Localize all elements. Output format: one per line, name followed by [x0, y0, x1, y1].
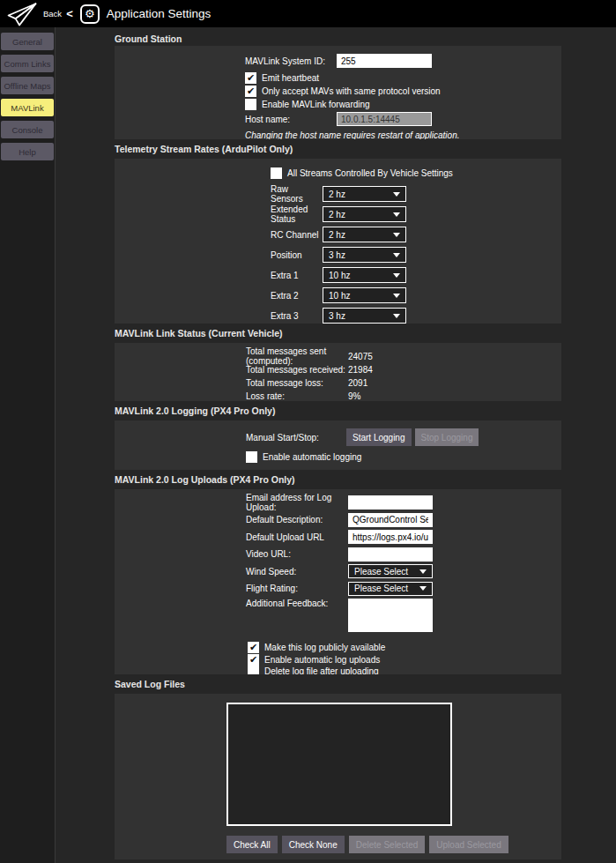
section-title-saved-logs: Saved Log Files — [115, 674, 616, 694]
sidebar-item-offline-maps[interactable]: Offline Maps — [1, 77, 54, 94]
mavlink-system-id-label: MAVLink System ID: — [245, 56, 337, 66]
delete-after-upload-checkbox[interactable]: ✔ — [248, 666, 259, 674]
position-label: Position — [271, 250, 323, 260]
auto-upload-label: Enable automatic log uploads — [264, 655, 380, 665]
messages-received-label: Total messages received: — [246, 365, 348, 375]
chevron-down-icon — [393, 294, 400, 298]
rc-channel-value: 2 hz — [329, 230, 393, 240]
emit-heartbeat-label: Emit heartbeat — [262, 73, 319, 83]
rc-channel-label: RC Channel — [271, 230, 323, 240]
video-url-input[interactable] — [348, 547, 433, 562]
same-protocol-version-checkbox[interactable]: ✔ — [245, 86, 256, 97]
message-loss-value: 2091 — [348, 378, 367, 388]
auto-upload-checkbox[interactable]: ✔ — [248, 654, 259, 666]
chevron-down-icon — [393, 314, 400, 318]
qgc-plane-logo-icon — [4, 2, 40, 26]
chevron-down-icon — [393, 212, 400, 217]
settings-sidebar: General Comm Links Offline Maps MAVLink … — [0, 27, 55, 863]
extra2-label: Extra 2 — [271, 291, 323, 301]
section-title-ground-station: Ground Station — [115, 27, 616, 46]
section-title-log-uploads: MAVLink 2.0 Log Uploads (PX4 Pro Only) — [115, 470, 616, 489]
messages-sent-label: Total messages sent (computed): — [246, 346, 348, 366]
header-toolbar: Back < ⚙ Application Settings — [0, 0, 616, 27]
extra3-dropdown[interactable]: 3 hz — [323, 308, 406, 324]
messages-received-value: 21984 — [348, 365, 373, 375]
default-upload-url-input[interactable] — [348, 530, 433, 544]
extended-status-value: 2 hz — [329, 210, 393, 219]
saved-logs-panel: Check All Check None Delete Selected Upl… — [115, 694, 561, 859]
log-public-label: Make this log publicly available — [264, 643, 385, 652]
host-name-input — [337, 112, 432, 126]
emit-heartbeat-checkbox[interactable]: ✔ — [245, 72, 256, 84]
raw-sensors-label: Raw Sensors — [271, 184, 323, 204]
all-streams-label: All Streams Controlled By Vehicle Settin… — [287, 168, 453, 178]
loss-rate-value: 9% — [348, 391, 360, 401]
upload-email-label: Email address for Log Upload: — [246, 493, 348, 512]
raw-sensors-value: 2 hz — [329, 190, 393, 199]
extra1-label: Extra 1 — [271, 271, 323, 280]
back-button[interactable]: Back — [43, 9, 62, 19]
chevron-down-icon — [393, 233, 400, 237]
flight-rating-value: Please Select — [354, 584, 419, 593]
extra2-dropdown[interactable]: 10 hz — [323, 287, 406, 303]
auto-logging-checkbox[interactable]: ✔ — [246, 451, 257, 463]
rc-channel-dropdown[interactable]: 2 hz — [323, 227, 406, 242]
extra3-value: 3 hz — [329, 311, 393, 321]
sidebar-item-help[interactable]: Help — [1, 143, 54, 160]
link-status-panel: Total messages sent (computed): 24075 To… — [115, 343, 561, 401]
mavlink-forwarding-label: Enable MAVLink forwarding — [262, 100, 370, 109]
mavlink-system-id-input[interactable] — [337, 54, 432, 68]
chevron-down-icon — [419, 569, 427, 574]
delete-selected-button: Delete Selected — [349, 836, 426, 853]
mavlink-forwarding-checkbox[interactable]: ✔ — [245, 99, 256, 110]
video-url-label: Video URL: — [246, 549, 348, 559]
additional-feedback-textarea[interactable] — [348, 599, 433, 632]
page-title: Application Settings — [107, 7, 212, 20]
check-all-button[interactable]: Check All — [226, 836, 278, 853]
sidebar-item-console[interactable]: Console — [1, 121, 54, 138]
gear-glyph: ⚙ — [85, 8, 95, 19]
wind-speed-value: Please Select — [354, 567, 419, 577]
default-upload-url-label: Default Upload URL — [246, 532, 348, 542]
default-description-label: Default Description: — [246, 515, 348, 524]
host-name-label: Host name: — [245, 115, 337, 124]
stop-logging-button: Stop Logging — [415, 428, 479, 446]
section-title-telemetry: Telemetry Stream Rates (ArduPilot Only) — [115, 139, 616, 159]
manual-start-stop-label: Manual Start/Stop: — [246, 433, 346, 443]
wind-speed-dropdown[interactable]: Please Select — [348, 564, 433, 578]
loss-rate-label: Loss rate: — [246, 391, 348, 401]
logging-panel: Manual Start/Stop: Start Logging Stop Lo… — [115, 420, 561, 470]
extra1-dropdown[interactable]: 10 hz — [323, 267, 406, 283]
log-public-checkbox[interactable]: ✔ — [248, 642, 259, 653]
wind-speed-label: Wind Speed: — [246, 567, 348, 577]
check-none-button[interactable]: Check None — [282, 836, 345, 853]
chevron-down-icon — [393, 253, 400, 257]
telemetry-panel: ✔ All Streams Controlled By Vehicle Sett… — [115, 159, 561, 324]
chevron-down-icon — [419, 586, 427, 591]
section-title-link-status: MAVLink Link Status (Current Vehicle) — [115, 324, 616, 343]
saved-logs-button-row: Check All Check None Delete Selected Upl… — [226, 836, 561, 853]
application-settings-gear-icon: ⚙ — [80, 4, 100, 24]
auto-logging-label: Enable automatic logging — [263, 452, 361, 462]
additional-feedback-label: Additional Feedback: — [246, 599, 348, 608]
chevron-down-icon — [393, 192, 400, 197]
sidebar-item-comm-links[interactable]: Comm Links — [1, 55, 54, 72]
saved-log-files-list[interactable] — [226, 703, 452, 826]
position-dropdown[interactable]: 3 hz — [323, 247, 406, 263]
all-streams-checkbox[interactable]: ✔ — [271, 167, 282, 179]
sidebar-item-general[interactable]: General — [1, 33, 54, 50]
same-protocol-version-label: Only accept MAVs with same protocol vers… — [262, 86, 441, 96]
back-chevron-icon[interactable]: < — [66, 7, 73, 20]
flight-rating-dropdown[interactable]: Please Select — [348, 582, 433, 596]
host-name-restart-note: Changing the host name requires restart … — [245, 130, 561, 139]
upload-email-input[interactable] — [348, 495, 433, 510]
extra2-value: 10 hz — [329, 291, 393, 301]
start-logging-button[interactable]: Start Logging — [346, 428, 412, 446]
default-description-input[interactable] — [348, 513, 433, 527]
sidebar-item-mavlink[interactable]: MAVLink — [1, 99, 54, 116]
extended-status-label: Extended Status — [271, 205, 323, 224]
messages-sent-value: 24075 — [348, 352, 373, 361]
raw-sensors-dropdown[interactable]: 2 hz — [323, 186, 406, 202]
extra1-value: 10 hz — [329, 271, 393, 280]
extended-status-dropdown[interactable]: 2 hz — [323, 206, 406, 222]
